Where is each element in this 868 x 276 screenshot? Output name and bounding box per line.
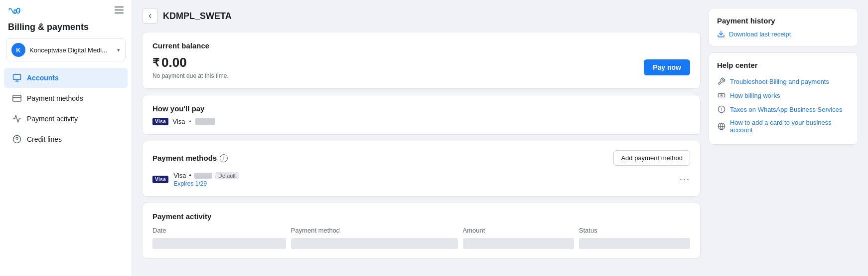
sidebar: Billing & payments K Konceptwise Digital… [0, 0, 132, 276]
sidebar-item-accounts[interactable]: Accounts [4, 68, 128, 88]
pm-name: Visa • Default [173, 172, 675, 179]
meta-logo [8, 6, 22, 14]
page-title: KDMPL_SWETA [163, 11, 232, 21]
how-you-pay-card: How you'll pay Visa Visa • [142, 95, 701, 135]
payment-activity-title: Payment activity [152, 212, 690, 221]
pm-title-row: Payment methods i [152, 154, 228, 162]
visa-badge: Visa [152, 118, 168, 125]
help-link-billing[interactable]: How billing works [717, 88, 850, 102]
troubleshoot-icon [717, 77, 726, 86]
balance-amount: ₹ 0.00 [152, 55, 229, 70]
hamburger-menu[interactable] [115, 6, 124, 13]
table-header: Date Payment method Amount Status [152, 227, 690, 238]
balance-value: 0.00 [161, 55, 187, 70]
pm-separator: • [189, 172, 191, 179]
help-link-troubleshoot[interactable]: Troubleshoot Billing and payments [717, 74, 850, 88]
td-date-placeholder [152, 238, 286, 249]
avatar: K [11, 43, 25, 57]
help-link-troubleshoot-label: Troubleshoot Billing and payments [730, 78, 829, 85]
download-receipt-row[interactable]: Download last receipt [717, 30, 850, 38]
account-name: Konceptwise Digital Medi... [29, 46, 113, 54]
payment-activity-card: Payment activity Date Payment method Amo… [142, 203, 701, 259]
sidebar-item-label-payment-activity: Payment activity [27, 115, 78, 123]
table-row [152, 238, 690, 249]
sidebar-item-label-credit-lines: Credit lines [27, 135, 62, 143]
pm-card-dots [194, 173, 212, 179]
help-link-taxes[interactable]: Taxes on WhatsApp Business Services [717, 102, 850, 116]
payment-methods-card: Payment methods i Add payment method Vis… [142, 141, 701, 197]
pm-more-button[interactable]: ··· [680, 174, 690, 185]
balance-note: No payment due at this time. [152, 72, 229, 79]
content-area: KDMPL_SWETA Current balance ₹ 0.00 No pa… [142, 8, 701, 268]
taxes-icon [717, 105, 726, 114]
col-date: Date [152, 227, 286, 234]
current-balance-card: Current balance ₹ 0.00 No payment due at… [142, 32, 701, 89]
help-center-card: Help center Troubleshoot Billing and pay… [709, 52, 858, 145]
currency-symbol: ₹ [152, 56, 159, 69]
sidebar-item-payment-activity[interactable]: Payment activity [4, 109, 128, 129]
payment-history-card: Payment history Download last receipt [709, 8, 858, 46]
col-amount: Amount [463, 227, 574, 234]
td-pm-placeholder [291, 238, 458, 249]
col-status: Status [579, 227, 690, 234]
payment-activity-icon [12, 114, 22, 124]
payment-methods-icon [12, 93, 22, 103]
sidebar-item-credit-lines[interactable]: Credit lines [4, 129, 128, 149]
payment-history-title: Payment history [717, 16, 850, 25]
right-panel: Payment history Download last receipt He… [709, 8, 858, 268]
sidebar-item-label-payment-methods: Payment methods [27, 94, 83, 102]
help-link-taxes-label: Taxes on WhatsApp Business Services [730, 106, 842, 113]
main-content: KDMPL_SWETA Current balance ₹ 0.00 No pa… [132, 0, 868, 276]
how-pay-card-label: Visa [172, 118, 185, 125]
pm-card-type: Visa [173, 172, 186, 179]
svg-point-7 [721, 95, 723, 96]
accounts-icon [12, 73, 22, 83]
help-link-add-card[interactable]: How to add a card to your business accou… [717, 116, 850, 136]
col-payment-method: Payment method [291, 227, 458, 234]
current-balance-title: Current balance [152, 41, 690, 50]
info-icon[interactable]: i [220, 154, 228, 162]
add-card-icon [717, 122, 726, 131]
billing-icon [717, 91, 726, 100]
payment-methods-title: Payment methods [152, 154, 217, 162]
svg-rect-1 [13, 74, 21, 80]
add-payment-method-button[interactable]: Add payment method [613, 150, 690, 166]
help-link-billing-label: How billing works [730, 92, 780, 99]
meta-logo-icon [8, 6, 22, 14]
download-icon [717, 30, 725, 38]
back-arrow-icon [146, 12, 153, 19]
download-receipt-label: Download last receipt [729, 30, 791, 38]
sidebar-item-payment-methods[interactable]: Payment methods [4, 88, 128, 108]
how-pay-dot: • [189, 118, 191, 125]
how-pay-row: Visa Visa • [152, 118, 690, 125]
svg-rect-2 [13, 95, 21, 101]
sidebar-nav: Accounts Payment methods Payment activit… [0, 67, 132, 150]
td-status-placeholder [579, 238, 690, 249]
help-center-title: Help center [717, 61, 850, 69]
account-selector[interactable]: K Konceptwise Digital Medi... ▾ [6, 38, 126, 61]
balance-row: ₹ 0.00 No payment due at this time. Pay … [152, 55, 690, 79]
pay-now-button[interactable]: Pay now [644, 59, 690, 75]
payment-method-row: Visa Visa • Default Expires 1/29 ··· [152, 172, 690, 187]
payment-methods-header: Payment methods i Add payment method [152, 150, 690, 166]
back-button[interactable] [142, 8, 158, 24]
td-amount-placeholder [463, 238, 574, 249]
sidebar-header [0, 0, 132, 20]
how-you-pay-title: How you'll pay [152, 104, 690, 113]
chevron-down-icon: ▾ [117, 47, 120, 53]
credit-lines-icon [12, 134, 22, 144]
page-header: KDMPL_SWETA [142, 8, 701, 24]
pm-info: Visa • Default Expires 1/29 [173, 172, 675, 187]
app-title: Billing & payments [0, 20, 132, 38]
default-badge: Default [215, 172, 239, 179]
pm-visa-badge: Visa [152, 176, 168, 183]
pm-expiry: Expires 1/29 [173, 180, 675, 187]
help-link-add-card-label: How to add a card to your business accou… [730, 119, 850, 134]
sidebar-item-label-accounts: Accounts [27, 74, 59, 82]
card-dots-placeholder [195, 118, 215, 125]
